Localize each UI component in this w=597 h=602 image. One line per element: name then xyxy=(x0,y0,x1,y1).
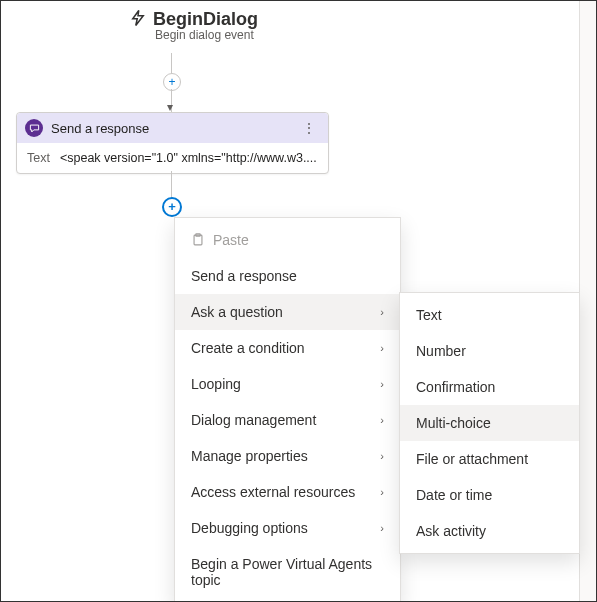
trigger-node[interactable]: BeginDialog Begin dialog event xyxy=(129,9,258,42)
connector-line xyxy=(171,171,172,199)
menu-item[interactable]: Dialog management› xyxy=(175,402,400,438)
chevron-right-icon: › xyxy=(380,306,384,318)
chevron-right-icon: › xyxy=(380,450,384,462)
chevron-right-icon: › xyxy=(380,522,384,534)
menu-item-label: Ask a question xyxy=(191,304,283,320)
menu-item-label: Access external resources xyxy=(191,484,355,500)
submenu-item-label: Confirmation xyxy=(416,379,495,395)
submenu-item-label: Ask activity xyxy=(416,523,486,539)
menu-item[interactable]: Debugging options› xyxy=(175,510,400,546)
chevron-right-icon: › xyxy=(380,486,384,498)
submenu-item[interactable]: Confirmation xyxy=(400,369,579,405)
menu-item-label: Debugging options xyxy=(191,520,308,536)
submenu-item[interactable]: Ask activity xyxy=(400,513,579,549)
submenu-item-label: Text xyxy=(416,307,442,323)
right-panel-strip xyxy=(579,1,596,601)
node-title: Send a response xyxy=(51,121,149,136)
submenu-item[interactable]: Number xyxy=(400,333,579,369)
add-node-button-top[interactable]: + xyxy=(163,73,181,91)
add-node-button-active[interactable]: + xyxy=(162,197,182,217)
paste-icon xyxy=(191,233,205,247)
dialog-canvas: BeginDialog Begin dialog event + ▾ Send … xyxy=(1,1,596,601)
menu-item-label: Send a response xyxy=(191,268,297,284)
submenu-item-label: Number xyxy=(416,343,466,359)
trigger-title: BeginDialog xyxy=(153,9,258,30)
node-more-button[interactable]: ⋮ xyxy=(298,120,320,136)
lightning-icon xyxy=(129,9,147,30)
menu-item-paste: Paste xyxy=(175,222,400,258)
submenu-item[interactable]: Text xyxy=(400,297,579,333)
node-field-value: <speak version="1.0" xmlns="http://www.w… xyxy=(60,151,317,165)
submenu-item-label: File or attachment xyxy=(416,451,528,467)
chevron-right-icon: › xyxy=(380,378,384,390)
trigger-subtitle: Begin dialog event xyxy=(155,28,258,42)
menu-item[interactable]: Ask a question› xyxy=(175,294,400,330)
send-response-node[interactable]: Send a response ⋮ Text <speak version="1… xyxy=(16,112,329,174)
menu-item[interactable]: Looping› xyxy=(175,366,400,402)
menu-item-label: Manage properties xyxy=(191,448,308,464)
menu-item-label: Create a condition xyxy=(191,340,305,356)
node-field-label: Text xyxy=(27,151,50,165)
chevron-right-icon: › xyxy=(380,414,384,426)
menu-item[interactable]: Send a response xyxy=(175,258,400,294)
node-header[interactable]: Send a response ⋮ xyxy=(17,113,328,143)
submenu-item[interactable]: Multi-choice xyxy=(400,405,579,441)
menu-item[interactable]: Manage properties› xyxy=(175,438,400,474)
menu-item[interactable]: Begin a Power Virtual Agents topic xyxy=(175,546,400,598)
menu-item-label: Dialog management xyxy=(191,412,316,428)
submenu-item[interactable]: Date or time xyxy=(400,477,579,513)
submenu-item-label: Date or time xyxy=(416,487,492,503)
ask-question-submenu: TextNumberConfirmationMulti-choiceFile o… xyxy=(399,292,580,554)
chevron-right-icon: › xyxy=(380,342,384,354)
node-body[interactable]: Text <speak version="1.0" xmlns="http://… xyxy=(17,143,328,173)
svg-rect-0 xyxy=(194,235,202,245)
menu-item[interactable]: Create a condition› xyxy=(175,330,400,366)
submenu-item[interactable]: File or attachment xyxy=(400,441,579,477)
menu-item[interactable]: Access external resources› xyxy=(175,474,400,510)
chat-icon xyxy=(25,119,43,137)
action-menu: PasteSend a responseAsk a question›Creat… xyxy=(174,217,401,602)
submenu-item-label: Multi-choice xyxy=(416,415,491,431)
menu-item-label: Begin a Power Virtual Agents topic xyxy=(191,556,384,588)
menu-item-label: Looping xyxy=(191,376,241,392)
